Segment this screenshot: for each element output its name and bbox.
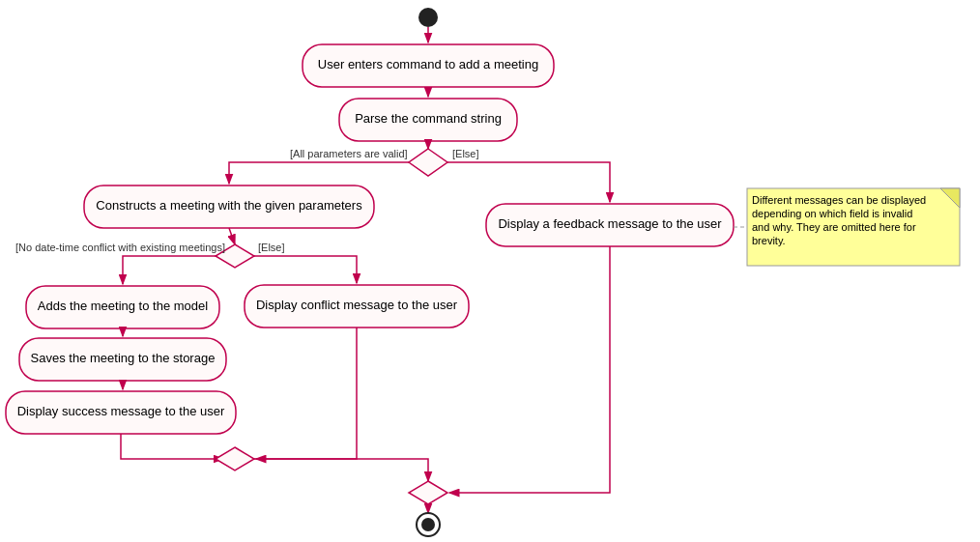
diamond1 — [409, 149, 447, 176]
note-text-line2: depending on which field is invalid — [752, 208, 912, 219]
activity-diagram: User enters command to add a meeting Par… — [0, 0, 980, 542]
svg-line-5 — [229, 228, 235, 244]
note-text-line4: brevity. — [752, 235, 786, 246]
node-adds-label: Adds the meeting to the model — [38, 299, 208, 313]
diamond4 — [409, 481, 447, 504]
node-saves-label: Saves the meeting to the storage — [31, 351, 216, 365]
label-no-conflict: [No date-time conflict with existing mee… — [15, 242, 225, 253]
label-all-params: [All parameters are valid] — [290, 148, 408, 159]
node-constructs-label: Constructs a meeting with the given para… — [96, 198, 362, 213]
label-else2: [Else] — [258, 242, 285, 253]
node-success-label: Display success message to the user — [17, 404, 225, 418]
node-parse-label: Parse the command string — [355, 111, 502, 126]
diamond3 — [216, 447, 254, 471]
node-feedback-label: Display a feedback message to the user — [498, 216, 722, 231]
start-node — [418, 8, 438, 27]
label-else1: [Else] — [452, 148, 479, 159]
node-user-enters-label: User enters command to add a meeting — [318, 57, 538, 71]
note-text-line3: and why. They are omitted here for — [752, 221, 916, 233]
note-text-line1: Different messages can be displayed — [752, 194, 926, 206]
node-conflict-label: Display conflict message to the user — [256, 298, 458, 312]
end-inner — [421, 518, 435, 531]
